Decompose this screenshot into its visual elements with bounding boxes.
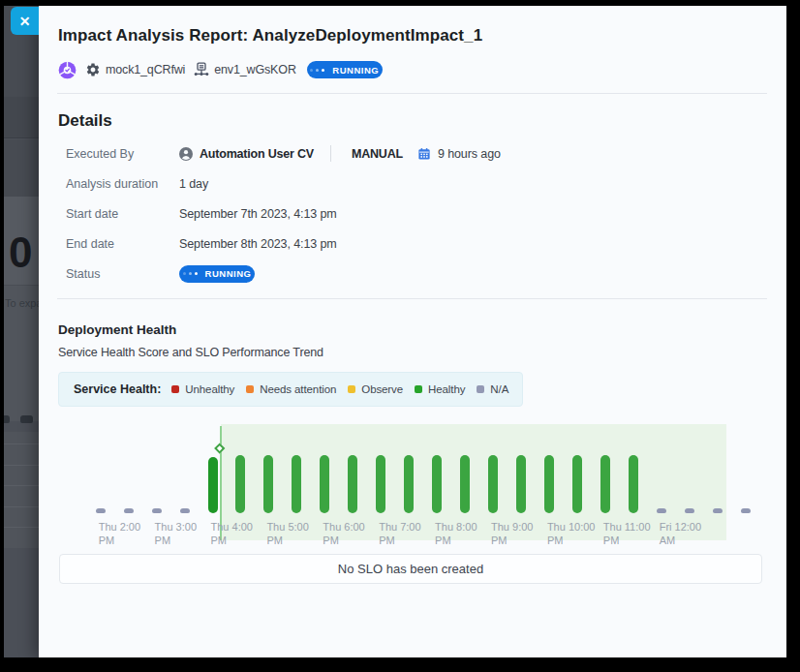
detail-label: Analysis duration <box>66 177 179 191</box>
gear-icon <box>85 62 101 77</box>
detail-value: September 7th 2023, 4:13 pm <box>179 207 337 221</box>
status-badge-running: RUNNING <box>179 265 255 283</box>
health-bar-thu-9-30-pm <box>516 455 526 513</box>
backdrop-stat-value: 0 <box>9 229 31 277</box>
na-bar-thu-3-00-pm <box>152 508 162 514</box>
no-slo-message: No SLO has been created <box>338 562 483 576</box>
health-bar-thu-9-00-pm <box>488 455 498 513</box>
backdrop-dash <box>4 415 10 423</box>
na-bar-fri-1-00-am <box>713 508 723 514</box>
x-axis-tick-label: Fri 12:00AM <box>660 520 701 547</box>
backdrop-table-rows <box>4 432 39 548</box>
na-bar-fri-1-30-am <box>741 508 751 514</box>
x-axis-tick-label: Thu 5:00PM <box>266 520 308 547</box>
detail-value: 1 day <box>179 177 208 191</box>
section-divider <box>57 298 767 299</box>
chip-label: mock1_qCRfwi <box>106 63 185 76</box>
x-axis-tick-label: Thu 2:00PM <box>99 520 140 547</box>
close-button[interactable]: ✕ <box>11 7 39 35</box>
badge-text: RUNNING <box>205 268 252 279</box>
deployment-health-heading: Deployment Health <box>58 322 176 337</box>
detail-label: Start date <box>66 207 179 221</box>
x-axis-tick-label: Thu 10:00PM <box>547 520 596 547</box>
legend-label: Observe <box>361 383 403 395</box>
detail-label: Executed By <box>66 147 179 161</box>
x-axis-tick-label: Thu 6:00PM <box>323 520 364 547</box>
legend-swatch-icon <box>348 385 355 393</box>
legend-item-needs-attention: Needs attention <box>246 383 336 395</box>
detail-row-start-date: Start dateSeptember 7th 2023, 4:13 pm <box>58 199 767 229</box>
health-bar-thu-10-00-pm <box>544 455 554 513</box>
detail-value: Automation User CVMANUAL9 hours ago <box>179 145 501 162</box>
detail-value-text: 1 day <box>179 177 208 191</box>
legend-label: Needs attention <box>260 383 336 395</box>
legend-item-observe: Observe <box>348 383 403 395</box>
execution-mode: MANUAL <box>352 147 403 161</box>
detail-value: September 8th 2023, 4:13 pm <box>179 237 337 251</box>
service-health-chart: Thu 2:00PMThu 3:00PMThu 4:00PMThu 5:00PM… <box>58 422 767 550</box>
health-bar-thu-5-30-pm <box>292 455 301 513</box>
detail-value: RUNNING <box>179 265 255 283</box>
legend-swatch-icon <box>477 385 484 393</box>
detail-row-end-date: End dateSeptember 8th 2023, 4:13 pm <box>58 229 767 259</box>
health-bar-thu-11-30-pm <box>629 455 638 513</box>
legend-label: Healthy <box>428 383 465 395</box>
health-bar-thu-11-00-pm <box>600 455 610 513</box>
details-heading: Details <box>58 111 112 131</box>
running-dots-icon <box>310 69 327 72</box>
na-bar-thu-2-30-pm <box>124 508 134 514</box>
legend-swatch-icon <box>246 385 254 393</box>
legend-item-unhealthy: Unhealthy <box>171 383 234 395</box>
backdrop-block <box>4 97 39 138</box>
status-badge-running: RUNNING <box>307 61 383 78</box>
health-bar-thu-6-00-pm <box>320 455 329 513</box>
health-bar-thu-8-30-pm <box>460 455 470 513</box>
legend-swatch-icon <box>171 385 179 393</box>
health-bar-thu-4-00-pm <box>208 457 218 513</box>
backdrop-hint-text: To expa <box>5 297 39 309</box>
report-chip-mock1_qCRfwi: mock1_qCRfwi <box>85 62 185 77</box>
calendar-icon <box>417 147 431 161</box>
x-axis-tick-label: Thu 11:00PM <box>603 520 651 547</box>
report-meta-row: mock1_qCRfwienv1_wGsKOR RUNNING <box>58 60 383 79</box>
x-axis-tick-label: Thu 3:00PM <box>155 520 197 547</box>
executed-by-user: Automation User CV <box>200 147 314 161</box>
details-table: Executed ByAutomation User CVMANUAL9 hou… <box>58 138 767 289</box>
x-axis-tick-label: Thu 9:00PM <box>491 520 533 547</box>
health-bar-thu-4-30-pm <box>235 455 245 513</box>
calendar-icon-wrap <box>417 147 431 161</box>
detail-row-executed-by: Executed ByAutomation User CVMANUAL9 hou… <box>58 138 767 168</box>
deployment-app-icon <box>58 61 77 79</box>
user-icon <box>179 147 193 161</box>
detail-label: End date <box>66 237 179 251</box>
detail-value-text: September 7th 2023, 4:13 pm <box>179 207 337 221</box>
x-axis-tick-label: Thu 4:00PM <box>211 520 253 547</box>
health-bar-thu-5-00-pm <box>263 455 273 513</box>
health-bar-thu-8-00-pm <box>432 455 442 513</box>
report-chip-env1_wGsKOR: env1_wGsKOR <box>194 62 296 77</box>
executed-time-ago: 9 hours ago <box>438 147 501 161</box>
health-bar-thu-7-30-pm <box>404 455 414 513</box>
detail-value-text: September 8th 2023, 4:13 pm <box>179 237 337 251</box>
x-axis-tick-label: Thu 8:00PM <box>435 520 477 547</box>
section-divider <box>57 93 767 94</box>
environment-icon <box>194 62 209 77</box>
detail-row-analysis-duration: Analysis duration1 day <box>58 168 767 199</box>
legend-swatch-icon <box>415 385 422 393</box>
x-axis-tick-label: Thu 7:00PM <box>379 520 420 547</box>
detail-label: Status <box>66 267 179 281</box>
impact-analysis-report-drawer: ✕ Impact Analysis Report: AnalyzeDeploym… <box>39 6 786 657</box>
na-bar-fri-12-00-am <box>657 508 666 514</box>
deployment-health-subtitle: Service Health Score and SLO Performance… <box>58 346 323 359</box>
legend-item-healthy: Healthy <box>415 383 465 395</box>
legend-label: N/A <box>490 383 508 395</box>
chip-label: env1_wGsKOR <box>214 63 296 76</box>
running-dots-icon <box>183 272 200 275</box>
legend-item-n-a: N/A <box>477 383 508 395</box>
backdrop-block <box>4 139 39 197</box>
backdrop-dash <box>20 415 33 423</box>
na-bar-thu-2-00-pm <box>96 508 106 514</box>
value-separator <box>330 145 331 162</box>
legend-title: Service Health: <box>74 382 161 396</box>
detail-row-status: StatusRUNNING <box>58 259 767 289</box>
